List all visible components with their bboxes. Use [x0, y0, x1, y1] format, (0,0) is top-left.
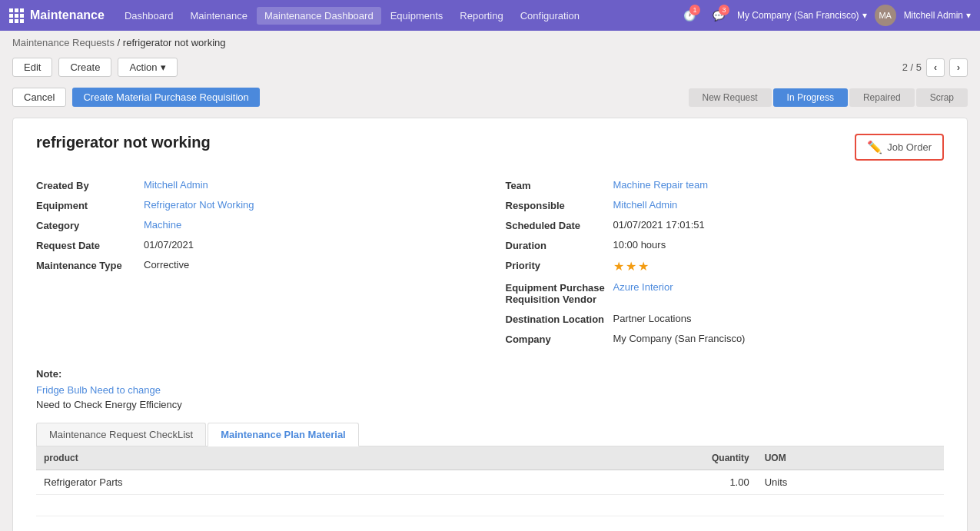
field-scheduled-date: Scheduled Date 01/07/2021 17:01:51	[506, 219, 945, 231]
chevron-down-icon: ▾	[862, 10, 867, 21]
grid-icon	[9, 8, 24, 23]
clock-notification[interactable]: 🕐 1	[679, 5, 700, 26]
status-toolbar: Cancel Create Material Purchase Requisit…	[0, 83, 980, 111]
note-line-2: Need to Check Energy Efficiency	[36, 399, 944, 410]
topnav: Maintenance Dashboard Maintenance Mainte…	[0, 0, 980, 31]
col-quantity: Quantity	[498, 446, 757, 470]
col-uom: UOM	[757, 446, 944, 470]
field-responsible: Responsible Mitchell Admin	[506, 199, 945, 211]
action-button[interactable]: Action ▾	[118, 58, 177, 77]
priority-label: Priority	[506, 259, 613, 271]
field-duration: Duration 10:00 hours	[506, 239, 945, 251]
star-1: ★	[613, 259, 624, 274]
prev-page-button[interactable]: ‹	[926, 58, 945, 77]
table-empty-row-2	[36, 516, 944, 531]
nav-maintenance-dashboard[interactable]: Maintenance Dashboard	[257, 7, 381, 25]
avatar[interactable]: MA	[875, 5, 896, 26]
external-link-icon: ✏️	[867, 140, 882, 154]
destination-label: Destination Location	[506, 313, 613, 325]
field-request-date: Request Date 01/07/2021	[36, 239, 475, 251]
job-order-button[interactable]: ✏️ Job Order	[855, 134, 944, 161]
category-value[interactable]: Machine	[144, 219, 181, 231]
team-label: Team	[506, 179, 613, 191]
field-priority: Priority ★ ★ ★	[506, 259, 945, 274]
maintenance-type-value: Corrective	[144, 259, 189, 270]
chat-notification[interactable]: 💬 3	[708, 5, 729, 26]
company-label: My Company (San Francisco)	[737, 10, 859, 21]
tab-checklist[interactable]: Maintenance Request CheckList	[36, 423, 206, 446]
field-category: Category Machine	[36, 219, 475, 231]
form-right-section: Team Machine Repair team Responsible Mit…	[506, 179, 945, 353]
star-2: ★	[626, 259, 636, 274]
user-name[interactable]: Mitchell Admin ▾	[904, 10, 971, 21]
field-created-by: Created By Mitchell Admin	[36, 179, 475, 191]
destination-value: Partner Locations	[613, 313, 692, 324]
chevron-down-icon: ▾	[161, 61, 166, 73]
responsible-label: Responsible	[506, 199, 613, 211]
created-by-label: Created By	[36, 179, 144, 191]
status-in-progress[interactable]: In Progress	[773, 88, 848, 107]
request-date-label: Request Date	[36, 239, 144, 251]
duration-label: Duration	[506, 239, 613, 251]
create-requisition-button[interactable]: Create Material Purchase Requisition	[72, 88, 259, 107]
pagination: 2 / 5 ‹ ›	[902, 58, 968, 77]
request-date-value: 01/07/2021	[144, 239, 194, 251]
form-card: refrigerator not working ✏️ Job Order Cr…	[12, 118, 968, 531]
tab-plan-material[interactable]: Maintenance Plan Material	[208, 423, 359, 446]
nav-maintenance[interactable]: Maintenance	[183, 7, 255, 25]
field-team: Team Machine Repair team	[506, 179, 945, 191]
status-repaired[interactable]: Repaired	[849, 88, 915, 107]
create-button[interactable]: Create	[58, 58, 111, 77]
company-field-label: Company	[506, 333, 613, 345]
breadcrumb: Maintenance Requests / refrigerator not …	[0, 31, 980, 55]
brand[interactable]: Maintenance	[9, 8, 105, 23]
nav-reporting[interactable]: Reporting	[452, 7, 510, 25]
vendor-value[interactable]: Azure Interior	[613, 281, 673, 293]
status-new-request[interactable]: New Request	[689, 88, 772, 107]
form-body: Created By Mitchell Admin Equipment Refr…	[36, 179, 944, 353]
form-header: refrigerator not working ✏️ Job Order	[36, 134, 944, 161]
team-value[interactable]: Machine Repair team	[613, 179, 709, 191]
quantity-cell: 1.00	[498, 470, 757, 494]
table-row[interactable]: Refrigerator Parts 1.00 Units	[36, 470, 944, 494]
uom-cell: Units	[757, 470, 944, 494]
company-selector[interactable]: My Company (San Francisco) ▾	[737, 10, 867, 21]
toolbar: Edit Create Action ▾ 2 / 5 ‹ ›	[0, 55, 980, 83]
materials-table: product Quantity UOM Refrigerator Parts …	[36, 446, 944, 531]
created-by-value[interactable]: Mitchell Admin	[144, 179, 208, 191]
priority-stars[interactable]: ★ ★ ★	[613, 259, 649, 274]
note-section: Note: Fridge Bulb Need to change Need to…	[36, 368, 944, 410]
brand-label: Maintenance	[30, 8, 105, 22]
field-destination: Destination Location Partner Locations	[506, 313, 945, 325]
nav-configuration[interactable]: Configuration	[513, 7, 587, 25]
responsible-value[interactable]: Mitchell Admin	[613, 199, 678, 211]
breadcrumb-separator: /	[118, 37, 123, 48]
table-empty-row-1	[36, 494, 944, 516]
breadcrumb-parent[interactable]: Maintenance Requests	[12, 37, 115, 48]
col-product: product	[36, 446, 498, 470]
nav-equipments[interactable]: Equipments	[383, 7, 451, 25]
company-field-value: My Company (San Francisco)	[613, 333, 746, 344]
product-cell: Refrigerator Parts	[36, 470, 498, 494]
nav-dashboard[interactable]: Dashboard	[117, 7, 181, 25]
status-scrap[interactable]: Scrap	[916, 88, 968, 107]
main-content: refrigerator not working ✏️ Job Order Cr…	[0, 111, 980, 531]
tabs: Maintenance Request CheckList Maintenanc…	[36, 423, 944, 446]
next-page-button[interactable]: ›	[949, 58, 968, 77]
topnav-right: 🕐 1 💬 3 My Company (San Francisco) ▾ MA …	[679, 5, 971, 26]
job-order-label: Job Order	[887, 141, 932, 153]
scheduled-date-label: Scheduled Date	[506, 219, 613, 231]
category-label: Category	[36, 219, 144, 231]
action-label: Action	[129, 61, 157, 73]
duration-value: 10:00 hours	[613, 239, 666, 251]
note-line-1[interactable]: Fridge Bulb Need to change	[36, 383, 944, 399]
chevron-down-icon: ▾	[966, 10, 971, 21]
status-steps: New Request In Progress Repaired Scrap	[687, 88, 968, 107]
equipment-value[interactable]: Refrigerator Not Working	[144, 199, 254, 211]
edit-button[interactable]: Edit	[12, 58, 52, 77]
vendor-label: Equipment Purchase Requisition Vendor	[506, 281, 613, 305]
field-company: Company My Company (San Francisco)	[506, 333, 945, 345]
cancel-button[interactable]: Cancel	[12, 88, 66, 107]
form-title: refrigerator not working	[36, 134, 211, 151]
maintenance-type-label: Maintenance Type	[36, 259, 144, 271]
